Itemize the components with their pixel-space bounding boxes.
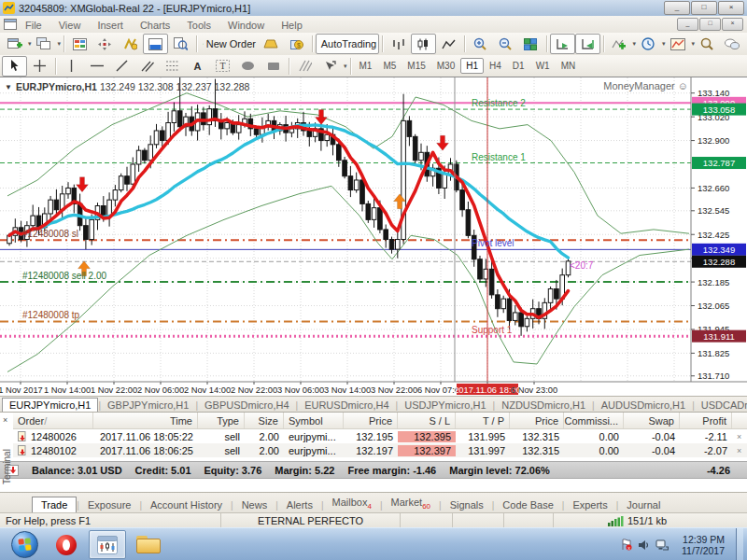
chart-area[interactable]: Resistance 2Resistance 1#12480008 slPivo…: [0, 77, 747, 397]
column-header-size[interactable]: Size: [245, 413, 284, 428]
terminal-tab-mailbox[interactable]: Mailbox4: [324, 495, 380, 513]
arrows-tool-dropdown[interactable]: ▾: [344, 63, 347, 70]
mdi-restore-button[interactable]: □: [699, 18, 721, 31]
column-header-profit[interactable]: Profit: [680, 413, 732, 428]
terminal-tab-news[interactable]: News: [233, 497, 276, 513]
timeframe-m15[interactable]: M15: [402, 58, 430, 74]
timeframe-w1[interactable]: W1: [530, 58, 556, 74]
periods-button[interactable]: [636, 34, 661, 54]
bar-chart-button[interactable]: [386, 34, 411, 54]
chart-tab-nzdusdmicro-h1[interactable]: NZDUSDmicro,H1: [495, 399, 592, 413]
profiles-button[interactable]: [32, 34, 57, 54]
menu-item-insert[interactable]: Insert: [89, 19, 132, 32]
tile-windows-button[interactable]: [518, 34, 543, 54]
column-header-s-l[interactable]: S / L: [398, 413, 456, 428]
navigator-button[interactable]: [118, 34, 143, 54]
autotrading-button[interactable]: AutoTrading: [316, 34, 379, 54]
chart-tab-audusdmicro-h1[interactable]: AUDUSDmicro,H1: [595, 399, 692, 413]
auto-scroll-button[interactable]: [550, 34, 575, 54]
menu-item-window[interactable]: Window: [219, 19, 273, 32]
candlestick-chart-button[interactable]: [411, 34, 436, 54]
chart-window-icon[interactable]: [4, 19, 17, 30]
menu-item-tools[interactable]: Tools: [178, 19, 219, 32]
terminal-button[interactable]: [143, 34, 168, 54]
column-header-price[interactable]: Price: [344, 413, 398, 428]
timeframe-m5[interactable]: M5: [377, 58, 402, 74]
chart-tab-usdcadmicro-h1[interactable]: USDCADmicro,H1: [695, 399, 747, 413]
menu-item-charts[interactable]: Charts: [132, 19, 178, 32]
close-order-icon[interactable]: ×: [732, 432, 745, 441]
crosshair-button[interactable]: [27, 56, 52, 77]
taskbar-explorer-icon[interactable]: [130, 530, 167, 559]
timeframe-h4[interactable]: H4: [484, 58, 507, 74]
terminal-tab-account-history[interactable]: Account History: [142, 497, 231, 513]
text-button[interactable]: A: [185, 56, 210, 77]
column-header-t-p[interactable]: T / P: [456, 413, 510, 428]
terminal-tab-trade[interactable]: Trade: [32, 497, 77, 513]
templates-button[interactable]: [665, 34, 690, 54]
terminal-tab-alerts[interactable]: Alerts: [278, 497, 321, 513]
terminal-tab-experts[interactable]: Experts: [564, 497, 615, 513]
arrows-tool-button[interactable]: [317, 56, 343, 77]
zoom-in-button[interactable]: [468, 34, 493, 54]
zoom-out-button[interactable]: [493, 34, 518, 54]
start-button[interactable]: [11, 531, 38, 558]
action-center-icon[interactable]: x: [620, 539, 632, 551]
column-header-symbol[interactable]: Symbol: [284, 413, 344, 428]
new-chart-button[interactable]: [2, 34, 27, 54]
deposit-button[interactable]: $: [284, 34, 309, 54]
terminal-tab-code-base[interactable]: Code Base: [494, 497, 561, 513]
network-icon[interactable]: [655, 539, 669, 551]
column-header-type[interactable]: Type: [198, 413, 245, 428]
equidistant-channel-button[interactable]: [134, 56, 160, 77]
cursor-button[interactable]: [2, 56, 27, 77]
terminal-tab-market[interactable]: Market60: [383, 495, 440, 513]
column-header-commissi-[interactable]: Commissi...: [564, 413, 624, 428]
chart-tab-usdjpymicro-h1[interactable]: USDJPYmicro,H1: [398, 399, 492, 413]
new-chart-dropdown[interactable]: ▾: [28, 40, 32, 48]
mdi-close-button[interactable]: ×: [722, 18, 743, 31]
order-row[interactable]: 124800262017.11.06 18:05:22sell2.00eurjp…: [13, 429, 747, 443]
vertical-line-button[interactable]: [59, 56, 84, 77]
strategy-tester-button[interactable]: [168, 34, 193, 54]
chat-icon[interactable]: [720, 34, 745, 54]
terminal-tab-exposure[interactable]: Exposure: [79, 497, 139, 513]
taskbar-opera-icon[interactable]: [48, 530, 85, 559]
chart-tab-active[interactable]: EURJPYmicro,H1: [2, 398, 98, 413]
restore-button[interactable]: □: [691, 1, 717, 15]
parallel-lines-button[interactable]: [292, 56, 317, 77]
indicators-button[interactable]: [606, 34, 631, 54]
trendline-button[interactable]: [109, 56, 134, 77]
new-order-button[interactable]: New Order: [200, 34, 259, 54]
close-button[interactable]: ×: [718, 1, 744, 15]
menu-item-help[interactable]: Help: [273, 19, 311, 32]
column-header-swap[interactable]: Swap: [624, 413, 680, 428]
chart-tab-gbpusdmicro-h4[interactable]: GBPUSDmicro,H4: [198, 399, 295, 413]
column-header-time[interactable]: Time: [93, 413, 198, 428]
price-chart[interactable]: Resistance 2Resistance 1#12480008 slPivo…: [0, 77, 747, 397]
terminal-close-icon[interactable]: ×: [3, 415, 7, 425]
minimize-button[interactable]: _: [664, 1, 690, 15]
line-chart-button[interactable]: [436, 34, 461, 54]
profiles-dropdown[interactable]: ▾: [58, 40, 62, 48]
column-header-order[interactable]: Order /: [13, 413, 93, 428]
ellipse-button[interactable]: [235, 56, 261, 77]
horizontal-line-button[interactable]: [84, 56, 109, 77]
timeframe-mn[interactable]: MN: [556, 58, 582, 74]
rectangle-button[interactable]: [261, 56, 286, 77]
timeframe-h1[interactable]: H1: [460, 58, 484, 74]
timeframe-d1[interactable]: D1: [507, 58, 530, 74]
terminal-tab-journal[interactable]: Journal: [618, 497, 669, 513]
mdi-minimize-button[interactable]: _: [677, 18, 698, 31]
terminal-tab-signals[interactable]: Signals: [442, 497, 492, 513]
timeframe-m30[interactable]: M30: [431, 58, 460, 74]
close-order-icon[interactable]: ×: [732, 446, 745, 455]
search-icon[interactable]: [695, 34, 720, 54]
chart-shift-button[interactable]: [575, 34, 600, 54]
taskbar-mt4-icon[interactable]: [89, 530, 126, 559]
chart-tab-eurusdmicro-h4[interactable]: EURUSDmicro,H4: [298, 399, 395, 413]
taskbar-clock[interactable]: 12:39 PM 11/7/2017: [674, 534, 732, 556]
chart-tab-gbpjpymicro-h1[interactable]: GBPJPYmicro,H1: [101, 399, 195, 413]
text-label-button[interactable]: T: [210, 56, 235, 77]
market-watch-button[interactable]: [67, 34, 92, 54]
